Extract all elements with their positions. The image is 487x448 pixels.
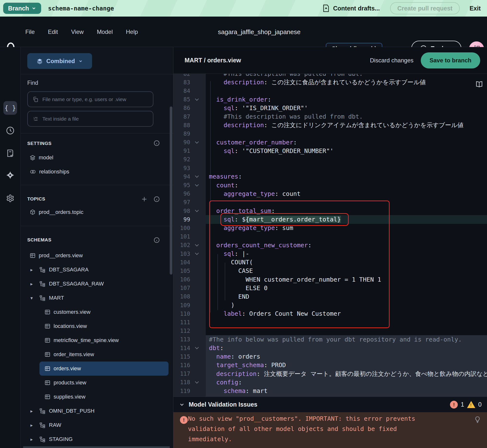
sidebar-item-staging[interactable]: ▸STAGING	[21, 432, 173, 446]
sidebar-item-label: STAGING	[49, 436, 73, 442]
code-line-94[interactable]: 94measures:	[173, 172, 487, 181]
code-line-115[interactable]: 115 name: orders	[173, 352, 487, 361]
code-line-119[interactable]: 119 schema: mart	[173, 387, 487, 395]
save-to-branch-button[interactable]: Save to branch	[421, 52, 480, 68]
code-line-117[interactable]: 117 description: 注文概要データ マート。顧客の最初の注文かどう…	[173, 370, 487, 378]
validation-error-row[interactable]: ! No such view "prod__customers". IMPORT…	[173, 412, 487, 448]
caret-right-icon[interactable]: ▸	[30, 422, 36, 428]
sidebar-item-dbt-ssagara[interactable]: ▸DBT_SSAGARA	[21, 263, 173, 277]
sidebar-scrollbar[interactable]	[170, 106, 172, 275]
code-line-113[interactable]: 113#The info below was pulled from your …	[173, 335, 487, 344]
exit-button[interactable]: Exit	[469, 5, 481, 12]
table-icon	[44, 351, 51, 358]
text-search-input[interactable]: Text inside a file	[27, 111, 153, 127]
code-line-91[interactable]: 91 sql: '"CUSTOMER_ORDER_NUMBER"'	[173, 147, 487, 155]
content-drafts-button[interactable]: Content drafts...	[322, 4, 380, 12]
code-line-93[interactable]: 93	[173, 164, 487, 172]
table-icon	[44, 337, 51, 343]
sidebar-item-locations-view[interactable]: locations.view	[21, 319, 173, 333]
validation-title: Model Validation Issues	[189, 401, 257, 408]
info-icon[interactable]	[153, 237, 160, 243]
warning-count: 0	[478, 401, 482, 408]
line-number: 99	[173, 216, 190, 223]
fold-chevron-icon[interactable]	[190, 381, 206, 384]
fold-chevron-icon[interactable]	[190, 210, 206, 212]
caret-right-icon[interactable]: ▸	[30, 267, 36, 273]
fold-chevron-icon[interactable]	[190, 347, 206, 349]
discard-changes-button[interactable]: Discard changes	[370, 57, 413, 64]
code-line-83[interactable]: 83 description: この注文に食品が含まれているかどうかを示すブール…	[173, 78, 487, 86]
code-line-90[interactable]: 90 customer_order_number:	[173, 138, 487, 147]
caret-right-icon[interactable]: ▸	[30, 408, 36, 414]
fold-chevron-icon[interactable]	[190, 141, 206, 144]
fold-chevron-icon[interactable]	[190, 252, 206, 255]
sidebar-item-raw[interactable]: ▸RAW	[21, 418, 173, 432]
validation-error-message: No such view "prod__customers". IMPORTAN…	[188, 414, 415, 444]
code-line-114[interactable]: 114dbt:	[173, 344, 487, 352]
fold-chevron-icon[interactable]	[190, 175, 206, 178]
code-line-92[interactable]: 92	[173, 155, 487, 164]
docs-book-icon[interactable]	[475, 80, 484, 88]
code-line-82[interactable]: 82 #This description was pulled from dbt…	[173, 74, 487, 78]
sidebar-item-orders-view[interactable]: orders.view	[39, 362, 169, 376]
create-pull-request-button[interactable]: Create pull request	[390, 2, 460, 14]
code-line-86[interactable]: 86 sql: '"IS_DRINK_ORDER"'	[173, 104, 487, 112]
code-line-116[interactable]: 116 target_schema: PROD	[173, 361, 487, 369]
lightbulb-fix-icon[interactable]	[474, 416, 481, 423]
info-icon[interactable]	[153, 140, 160, 146]
code-line-87[interactable]: 87 #This description was pulled from dbt…	[173, 112, 487, 121]
sidebar-item-prod-orders-view[interactable]: prod__orders.view	[21, 248, 173, 263]
topics-section-title: TOPICS	[27, 196, 173, 202]
dbt-icon[interactable]	[6, 171, 15, 180]
sidebar-item-relationships[interactable]: relationships	[21, 165, 173, 179]
history-icon[interactable]	[6, 126, 15, 135]
file-search-input[interactable]: File name or type, e.g. users or .view	[27, 91, 153, 107]
add-topic-icon[interactable]	[141, 196, 148, 202]
tree-icon	[39, 281, 46, 287]
info-icon[interactable]	[153, 196, 160, 202]
code-editor[interactable]: 82 #This description was pulled from dbt…	[173, 74, 487, 397]
fold-chevron-icon[interactable]	[190, 98, 206, 101]
menu-model[interactable]: Model	[97, 29, 113, 35]
sidebar-item-order-items-view[interactable]: order_items.view	[21, 347, 173, 362]
line-number: 100	[173, 225, 190, 231]
code-line-118[interactable]: 118 config:	[173, 378, 487, 387]
sidebar-item-products-view[interactable]: products.view	[21, 376, 173, 390]
combined-mode-dropdown[interactable]: Combined	[27, 53, 92, 69]
sidebar-item-dbt-ssagara-raw[interactable]: ▸DBT_SSAGARA_RAW	[21, 277, 173, 291]
gear-icon[interactable]	[6, 194, 15, 203]
branch-dropdown-button[interactable]: Branch	[3, 3, 41, 14]
fold-chevron-icon[interactable]	[190, 244, 206, 247]
code-line-96[interactable]: 96 aggregate_type: count	[173, 190, 487, 198]
caret-down-icon[interactable]: ▾	[30, 295, 36, 301]
caret-right-icon[interactable]: ▸	[30, 281, 36, 287]
sidebar-item-model[interactable]: model	[21, 151, 173, 165]
menu-view[interactable]: View	[71, 29, 84, 35]
sidebar-item-label: order_items.view	[54, 351, 94, 358]
fold-chevron-icon[interactable]	[190, 184, 206, 187]
menu-help[interactable]: Help	[126, 29, 138, 35]
file-check-icon[interactable]	[6, 149, 15, 158]
menu-edit[interactable]: Edit	[48, 29, 58, 35]
menu-file[interactable]: File	[25, 29, 35, 35]
code-text: dbt:	[206, 344, 224, 352]
validation-header[interactable]: Model Validation Issues ! 1 ! 0	[173, 397, 487, 412]
caret-right-icon[interactable]: ▸	[30, 437, 36, 442]
model-ide-icon[interactable]: { }	[3, 101, 17, 115]
sidebar-item-prod-orders-topic[interactable]: prod__orders.topic	[21, 205, 173, 219]
sidebar-item-omni-dbt-push[interactable]: ▸OMNI_DBT_PUSH	[21, 404, 173, 418]
sidebar-item-label: DBT_SSAGARA_RAW	[49, 281, 104, 287]
line-number: 92	[173, 156, 190, 162]
code-text: name: orders	[206, 353, 260, 360]
sidebar-item-metricflow-time-spine-view[interactable]: metricflow_time_spine.view	[21, 333, 173, 347]
sidebar-horizontal-scrollbar[interactable]	[23, 446, 170, 448]
code-line-88[interactable]: 88 description: この注文にドリンクアイテムが含まれているかどうか…	[173, 121, 487, 129]
code-line-85[interactable]: 85 is_drink_order:	[173, 95, 487, 104]
sidebar-item-supplies-view[interactable]: supplies.view	[21, 390, 173, 404]
code-line-95[interactable]: 95 count:	[173, 181, 487, 189]
sidebar-item-customers-view[interactable]: customers.view	[21, 305, 173, 319]
line-number: 96	[173, 191, 190, 197]
code-line-84[interactable]: 84	[173, 86, 487, 95]
code-line-89[interactable]: 89	[173, 129, 487, 138]
sidebar-item-mart[interactable]: ▾MART	[21, 291, 173, 305]
